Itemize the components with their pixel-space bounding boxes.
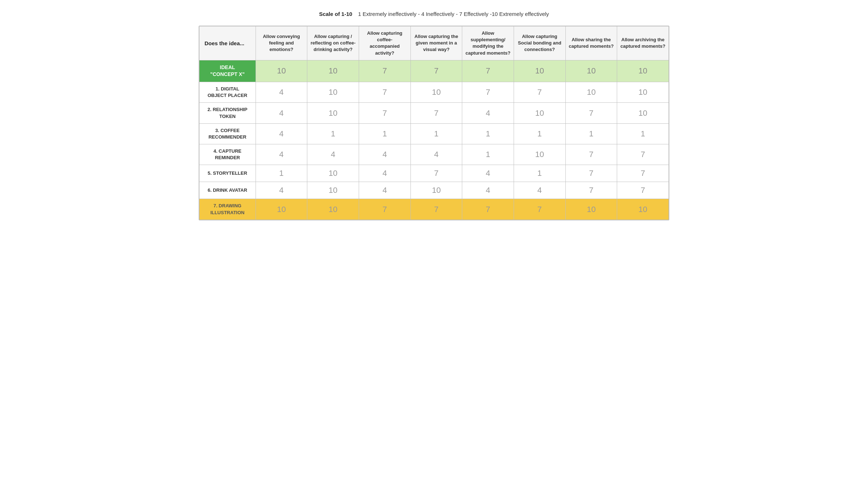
- cell-r0-c1: 10: [307, 60, 359, 82]
- header-col-6: Allow capturing Social bonding and conne…: [514, 26, 565, 60]
- cell-r7-c6: 10: [565, 199, 617, 220]
- table-row: 6. DRINK AVATAR4104104477: [199, 182, 669, 199]
- evaluation-table-wrapper: Does the idea... Allow conveying feeling…: [199, 26, 669, 220]
- cell-r0-c0: 10: [256, 60, 307, 82]
- table-row: 3. COFFEE RECOMMENDER41111111: [199, 123, 669, 144]
- cell-r5-c4: 4: [462, 165, 514, 182]
- cell-r4-c4: 1: [462, 144, 514, 165]
- table-row: 7. DRAWING ILLUSTRATION101077771010: [199, 199, 669, 220]
- row-label-5: 5. STORYTELLER: [199, 165, 256, 182]
- cell-r7-c4: 7: [462, 199, 514, 220]
- cell-r0-c2: 7: [359, 60, 410, 82]
- cell-r5-c5: 1: [514, 165, 565, 182]
- cell-r4-c7: 7: [617, 144, 669, 165]
- header-col-4: Allow capturing the given moment in a vi…: [410, 26, 462, 60]
- cell-r7-c2: 7: [359, 199, 410, 220]
- cell-r5-c0: 1: [256, 165, 307, 182]
- cell-r2-c5: 10: [514, 103, 565, 123]
- cell-r2-c2: 7: [359, 103, 410, 123]
- cell-r1-c4: 7: [462, 82, 514, 102]
- cell-r4-c3: 4: [410, 144, 462, 165]
- table-row: 4. CAPTURE REMINDER444411077: [199, 144, 669, 165]
- row-label-7: 7. DRAWING ILLUSTRATION: [199, 199, 256, 220]
- cell-r3-c0: 4: [256, 123, 307, 144]
- cell-r1-c2: 7: [359, 82, 410, 102]
- cell-r4-c0: 4: [256, 144, 307, 165]
- cell-r6-c4: 4: [462, 182, 514, 199]
- cell-r6-c7: 7: [617, 182, 669, 199]
- row-label-4: 4. CAPTURE REMINDER: [199, 144, 256, 165]
- header-col-3: Allow capturing coffee-accompanied activ…: [359, 26, 410, 60]
- cell-r0-c5: 10: [514, 60, 565, 82]
- cell-r7-c1: 10: [307, 199, 359, 220]
- header-col-5: Allow supplementing/ modifying the captu…: [462, 26, 514, 60]
- cell-r2-c4: 4: [462, 103, 514, 123]
- cell-r5-c1: 10: [307, 165, 359, 182]
- header-col-7: Allow sharing the captured moments?: [565, 26, 617, 60]
- table-header-row: Does the idea... Allow conveying feeling…: [199, 26, 669, 60]
- cell-r5-c2: 4: [359, 165, 410, 182]
- scale-header: Scale of 1-10 1 Extremely ineffectively …: [319, 11, 549, 17]
- cell-r1-c5: 7: [514, 82, 565, 102]
- header-col-0: Does the idea...: [199, 26, 256, 60]
- row-label-0: IDEAL "CONCEPT X": [199, 60, 256, 82]
- cell-r3-c4: 1: [462, 123, 514, 144]
- cell-r6-c3: 10: [410, 182, 462, 199]
- row-label-3: 3. COFFEE RECOMMENDER: [199, 123, 256, 144]
- cell-r4-c6: 7: [565, 144, 617, 165]
- table-row: 5. STORYTELLER110474177: [199, 165, 669, 182]
- table-row: 1. DIGITAL OBJECT PLACER410710771010: [199, 82, 669, 102]
- cell-r3-c6: 1: [565, 123, 617, 144]
- cell-r7-c0: 10: [256, 199, 307, 220]
- cell-r1-c7: 10: [617, 82, 669, 102]
- cell-r2-c1: 10: [307, 103, 359, 123]
- cell-r6-c5: 4: [514, 182, 565, 199]
- cell-r2-c6: 7: [565, 103, 617, 123]
- table-body: IDEAL "CONCEPT X"10107771010101. DIGITAL…: [199, 60, 669, 220]
- header-col-1: Allow conveying feeling and emotions?: [256, 26, 307, 60]
- cell-r4-c1: 4: [307, 144, 359, 165]
- cell-r3-c3: 1: [410, 123, 462, 144]
- cell-r0-c3: 7: [410, 60, 462, 82]
- cell-r5-c6: 7: [565, 165, 617, 182]
- header-col-8: Allow archiving the captured moments?: [617, 26, 669, 60]
- cell-r3-c5: 1: [514, 123, 565, 144]
- table-row: IDEAL "CONCEPT X"1010777101010: [199, 60, 669, 82]
- cell-r6-c0: 4: [256, 182, 307, 199]
- cell-r3-c2: 1: [359, 123, 410, 144]
- cell-r4-c5: 10: [514, 144, 565, 165]
- row-label-1: 1. DIGITAL OBJECT PLACER: [199, 82, 256, 102]
- cell-r1-c3: 10: [410, 82, 462, 102]
- cell-r7-c7: 10: [617, 199, 669, 220]
- cell-r5-c7: 7: [617, 165, 669, 182]
- cell-r0-c4: 7: [462, 60, 514, 82]
- cell-r2-c3: 7: [410, 103, 462, 123]
- cell-r7-c3: 7: [410, 199, 462, 220]
- cell-r6-c1: 10: [307, 182, 359, 199]
- cell-r5-c3: 7: [410, 165, 462, 182]
- cell-r6-c2: 4: [359, 182, 410, 199]
- cell-r6-c6: 7: [565, 182, 617, 199]
- cell-r0-c7: 10: [617, 60, 669, 82]
- table-row: 2. RELATIONSHIP TOKEN41077410710: [199, 103, 669, 123]
- scale-description: 1 Extremely ineffectively - 4 Ineffectiv…: [358, 11, 549, 17]
- row-label-2: 2. RELATIONSHIP TOKEN: [199, 103, 256, 123]
- cell-r4-c2: 4: [359, 144, 410, 165]
- cell-r2-c7: 10: [617, 103, 669, 123]
- cell-r3-c1: 1: [307, 123, 359, 144]
- cell-r2-c0: 4: [256, 103, 307, 123]
- scale-label: Scale of 1-10: [319, 11, 352, 17]
- cell-r0-c6: 10: [565, 60, 617, 82]
- cell-r7-c5: 7: [514, 199, 565, 220]
- cell-r3-c7: 1: [617, 123, 669, 144]
- header-col-2: Allow capturing / reflecting on coffee-d…: [307, 26, 359, 60]
- row-label-6: 6. DRINK AVATAR: [199, 182, 256, 199]
- cell-r1-c1: 10: [307, 82, 359, 102]
- cell-r1-c0: 4: [256, 82, 307, 102]
- evaluation-table: Does the idea... Allow conveying feeling…: [199, 26, 669, 220]
- cell-r1-c6: 10: [565, 82, 617, 102]
